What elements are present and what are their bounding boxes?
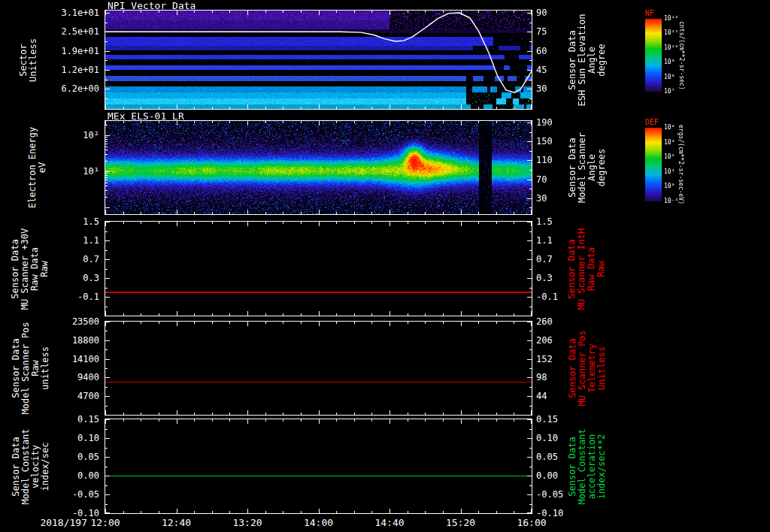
tick-mark — [123, 222, 124, 224]
tick-mark — [105, 180, 108, 180]
y-tick-label: 3.1e+01 — [39, 8, 99, 18]
tick-mark — [159, 212, 159, 214]
tick-mark — [229, 212, 230, 214]
tick-mark — [527, 359, 532, 360]
y-tick-label: 10¹ — [39, 166, 99, 177]
tick-mark — [265, 212, 266, 214]
tick-mark — [247, 410, 248, 415]
tick-mark — [527, 419, 532, 420]
colorbar-def — [645, 128, 662, 201]
tick-mark — [527, 457, 532, 458]
data-line-model-constant-velocity — [105, 476, 532, 477]
tick-mark — [514, 322, 514, 324]
tick-mark — [105, 32, 110, 32]
tick-mark — [461, 222, 462, 226]
tick-mark — [229, 121, 230, 123]
tick-mark — [194, 107, 195, 109]
tick-mark — [425, 107, 426, 109]
x-tick-label: 12:40 — [154, 517, 199, 528]
colorbar-tick-label: 10⁰ — [664, 183, 675, 189]
tick-mark — [105, 175, 108, 176]
tick-mark — [354, 222, 355, 224]
tick-mark — [301, 322, 302, 324]
tick-mark — [319, 509, 320, 513]
tick-mark — [527, 512, 532, 513]
tick-mark — [301, 121, 302, 123]
tick-mark — [336, 313, 337, 316]
right-axis-label-model-scanner-pos: Sensor Data MU Scanner Pos Telemetry Uni… — [567, 327, 606, 410]
tick-mark — [212, 313, 213, 316]
tick-mark — [105, 269, 108, 270]
tick-mark — [265, 11, 266, 13]
tick-mark — [390, 311, 390, 316]
tick-mark — [336, 413, 337, 415]
tick-mark — [283, 107, 283, 109]
tick-mark — [283, 322, 283, 324]
tick-mark — [247, 509, 248, 513]
tick-mark — [105, 307, 108, 307]
tick-mark — [105, 139, 108, 140]
tick-mark — [105, 340, 110, 341]
tick-mark — [105, 70, 110, 71]
tick-mark — [105, 231, 108, 232]
tick-mark — [425, 212, 426, 214]
tick-mark — [461, 311, 462, 316]
tick-mark — [527, 160, 532, 161]
tick-mark — [478, 419, 479, 422]
tick-mark — [212, 413, 213, 415]
tick-mark — [529, 331, 532, 331]
tick-mark — [105, 240, 110, 241]
tick-mark — [319, 210, 320, 214]
tick-mark — [390, 11, 390, 15]
tick-mark — [105, 222, 110, 222]
y-tick-label: 6.2e+00 — [39, 83, 99, 94]
tick-mark — [461, 210, 462, 214]
tick-mark — [527, 396, 532, 397]
tick-mark — [177, 419, 177, 424]
tick-mark — [319, 222, 320, 226]
tick-mark — [461, 11, 462, 15]
tick-mark — [177, 104, 177, 109]
tick-mark — [527, 340, 532, 341]
tick-mark — [319, 322, 320, 326]
tick-mark — [514, 222, 514, 224]
tick-mark — [529, 406, 532, 407]
tick-mark — [425, 322, 426, 324]
tick-mark — [194, 413, 195, 415]
tick-mark — [529, 368, 532, 369]
tick-mark — [443, 413, 444, 415]
tick-mark — [283, 11, 283, 13]
tick-mark — [514, 107, 514, 109]
tick-mark — [177, 509, 177, 513]
tick-mark — [529, 41, 532, 42]
right-axis-label-mu-scanner-30v: Sensor Data MU Scanner IntH Raw Data Raw — [567, 225, 606, 313]
x-tick-label: 15:20 — [438, 517, 484, 528]
tick-mark — [390, 322, 390, 326]
colorbar-tick-label: 10³ — [664, 139, 675, 146]
tick-mark — [529, 80, 532, 80]
tick-mark — [194, 212, 195, 214]
tick-mark — [247, 222, 248, 226]
tick-mark — [336, 322, 337, 324]
tick-mark — [531, 410, 532, 415]
tick-mark — [336, 121, 337, 123]
tick-mark — [529, 60, 532, 61]
tick-mark — [105, 89, 110, 89]
tick-mark — [529, 429, 532, 430]
y-axis-label-npi: Sector Unitless — [19, 35, 38, 85]
tick-mark — [159, 419, 159, 422]
tick-mark — [105, 161, 108, 162]
tick-mark — [229, 511, 230, 513]
y-tick-label: 10² — [39, 130, 99, 141]
tick-mark — [443, 511, 444, 513]
tick-mark — [529, 485, 532, 486]
tick-mark — [527, 377, 532, 378]
tick-mark — [105, 207, 110, 208]
tick-mark — [461, 410, 462, 415]
tick-mark — [354, 212, 355, 214]
tick-mark — [514, 11, 514, 13]
tick-mark — [105, 368, 108, 369]
colorbar-tick-label: 10¹⁰ — [664, 44, 678, 51]
right-axis-label-model-constant-velocity: Sensor Data Model Constant acceleration … — [567, 425, 606, 508]
tick-mark — [336, 222, 337, 224]
